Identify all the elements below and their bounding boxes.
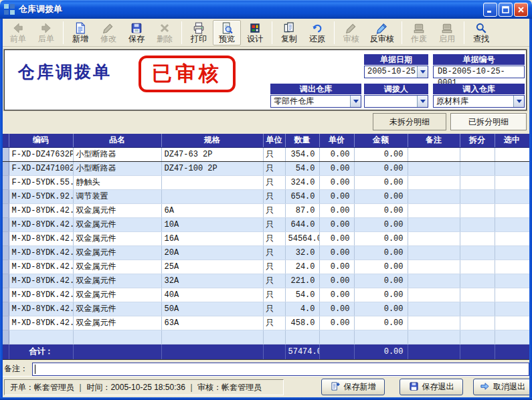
- cell-amount[interactable]: 0.00: [354, 161, 408, 175]
- preview-button[interactable]: 预览: [213, 20, 241, 45]
- cell-amount[interactable]: 0.00: [354, 203, 408, 217]
- unaudit-button[interactable]: 反审核: [365, 20, 399, 45]
- doc-no-field[interactable]: DB-2005-10-25-0001: [433, 66, 525, 78]
- save-button[interactable]: 保存: [122, 20, 151, 45]
- add-button[interactable]: 新增: [66, 20, 94, 45]
- cell-name[interactable]: 双金属元件: [73, 217, 161, 231]
- row-selector-gutter[interactable]: [3, 147, 9, 161]
- cell-price[interactable]: 0.00: [319, 260, 354, 274]
- cell-spec[interactable]: 32A: [161, 274, 263, 288]
- cell-name[interactable]: 双金属元件: [73, 231, 161, 245]
- cell-note[interactable]: [408, 302, 460, 316]
- cell-unit[interactable]: 只: [263, 245, 285, 260]
- cell-note[interactable]: [408, 288, 460, 302]
- cell-note[interactable]: [408, 189, 460, 203]
- cell-price[interactable]: 0.00: [319, 231, 354, 245]
- col-split[interactable]: 拆分: [460, 134, 495, 147]
- cell-selected[interactable]: [495, 147, 529, 161]
- row-selector-gutter[interactable]: [3, 245, 9, 260]
- row-selector-gutter[interactable]: [3, 175, 9, 189]
- cell-split[interactable]: [460, 288, 495, 302]
- col-spec[interactable]: 规格: [161, 134, 263, 147]
- tab-split-detail[interactable]: 已拆分明细: [450, 113, 527, 130]
- cell-spec[interactable]: 40A: [161, 288, 263, 302]
- cell-amount[interactable]: [354, 330, 408, 344]
- cell-qty[interactable]: 87.0: [285, 203, 319, 217]
- cell-name[interactable]: 双金属元件: [73, 302, 161, 316]
- cell-unit[interactable]: 只: [263, 217, 285, 231]
- cell-price[interactable]: 0.00: [319, 302, 354, 316]
- cell-unit[interactable]: 只: [263, 316, 285, 330]
- cancel-and-exit-button[interactable]: 取消退出: [473, 379, 532, 395]
- cell-selected[interactable]: [495, 302, 529, 316]
- cell-name[interactable]: 小型断路器: [73, 147, 161, 161]
- cell-spec[interactable]: 16A: [161, 231, 263, 245]
- cell-note[interactable]: [408, 330, 460, 344]
- save-and-exit-button[interactable]: 保存退出: [400, 379, 463, 395]
- cell-code[interactable]: M-XD-8YDK.42...: [9, 288, 73, 302]
- cell-unit[interactable]: 只: [263, 231, 285, 245]
- cell-qty[interactable]: 654.0: [285, 189, 319, 203]
- remark-input[interactable]: [32, 363, 529, 376]
- cell-amount[interactable]: 0.00: [354, 274, 408, 288]
- cell-name[interactable]: 双金属元件: [73, 260, 161, 274]
- col-name[interactable]: 品名: [73, 134, 161, 147]
- row-selector-gutter[interactable]: [3, 288, 9, 302]
- cell-note[interactable]: [408, 231, 460, 245]
- cell-split[interactable]: [460, 217, 495, 231]
- chevron-down-icon[interactable]: [350, 96, 361, 107]
- cell-unit[interactable]: 只: [263, 161, 285, 175]
- cell-unit[interactable]: 只: [263, 147, 285, 161]
- cell-split[interactable]: [460, 231, 495, 245]
- cell-selected[interactable]: [495, 274, 529, 288]
- cell-split[interactable]: [460, 189, 495, 203]
- table-row[interactable]: F-XD-DZ47632P 小型断路器 DZ47-63 2P 只 354.0 0…: [3, 147, 529, 161]
- table-row[interactable]: M-XD-8YDK.42... 双金属元件 40A 只 54.0 0.00 0.…: [3, 288, 529, 302]
- cell-unit[interactable]: 只: [263, 288, 285, 302]
- cell-unit[interactable]: 只: [263, 189, 285, 203]
- cell-unit[interactable]: 只: [263, 274, 285, 288]
- col-selected[interactable]: 选中: [495, 134, 529, 147]
- cell-name[interactable]: 双金属元件: [73, 203, 161, 217]
- row-selector-gutter[interactable]: [3, 330, 9, 344]
- tab-unsplit-detail[interactable]: 未拆分明细: [373, 113, 446, 130]
- table-row[interactable]: M-XD-8YDK.42... 双金属元件 32A 只 221.0 0.00 0…: [3, 274, 529, 288]
- cell-note[interactable]: [408, 316, 460, 330]
- col-unit[interactable]: 单位: [263, 134, 285, 147]
- cell-selected[interactable]: [495, 161, 529, 175]
- table-row[interactable]: M-XD-8YDK.42... 双金属元件 16A 只 54564.0 0.00…: [3, 231, 529, 245]
- cell-code[interactable]: F-XD-DZ471002P: [9, 161, 73, 175]
- doc-date-select[interactable]: 2005-10-25: [364, 66, 428, 78]
- chevron-down-icon[interactable]: [417, 96, 428, 107]
- cell-code[interactable]: M-XD-8YDK.42...: [9, 203, 73, 217]
- cell-name[interactable]: 小型断路器: [73, 161, 161, 175]
- cell-price[interactable]: 0.00: [319, 203, 354, 217]
- cell-split[interactable]: [460, 203, 495, 217]
- table-row[interactable]: M-XD-8YDK.42... 双金属元件 63A 只 458.0 0.00 0…: [3, 316, 529, 330]
- cell-code[interactable]: F-XD-5YDK.55...: [9, 175, 73, 189]
- cell-code[interactable]: M-XD-8YDK.42...: [9, 217, 73, 231]
- cell-qty[interactable]: 354.0: [285, 147, 319, 161]
- cell-selected[interactable]: [495, 288, 529, 302]
- cell-amount[interactable]: 0.00: [354, 302, 408, 316]
- design-button[interactable]: 设计: [241, 20, 269, 45]
- cell-note[interactable]: [408, 260, 460, 274]
- cell-code[interactable]: F-XD-DZ47632P: [9, 147, 73, 161]
- cell-code[interactable]: M-XD-8YDK.42...: [9, 231, 73, 245]
- cell-spec[interactable]: 63A: [161, 316, 263, 330]
- cell-spec[interactable]: 10A: [161, 217, 263, 231]
- col-note[interactable]: 备注: [408, 134, 460, 147]
- cell-amount[interactable]: 0.00: [354, 147, 408, 161]
- cell-split[interactable]: [460, 161, 495, 175]
- cell-spec[interactable]: DZ47-63 2P: [161, 147, 263, 161]
- cell-name[interactable]: 双金属元件: [73, 274, 161, 288]
- col-price[interactable]: 单价: [319, 134, 354, 147]
- cell-code[interactable]: [9, 330, 73, 344]
- cell-split[interactable]: [460, 175, 495, 189]
- cell-code[interactable]: M-XD-8YDK.42...: [9, 316, 73, 330]
- cell-price[interactable]: 0.00: [319, 245, 354, 260]
- chevron-down-icon[interactable]: [417, 66, 428, 78]
- cell-note[interactable]: [408, 217, 460, 231]
- in-warehouse-select[interactable]: 原材料库: [433, 95, 525, 108]
- cell-split[interactable]: [460, 245, 495, 260]
